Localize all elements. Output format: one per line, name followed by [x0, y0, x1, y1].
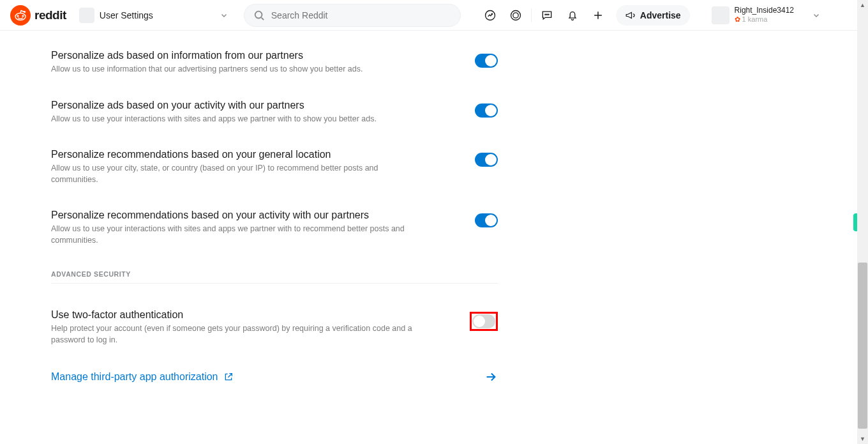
scroll-up-icon[interactable]: ▲	[860, 0, 865, 10]
svg-point-1	[22, 15, 24, 17]
svg-point-8	[545, 14, 546, 15]
chevron-down-icon	[220, 11, 228, 20]
os-scrollbar[interactable]: ▲ ▼	[857, 0, 868, 444]
svg-point-6	[511, 10, 520, 20]
svg-point-10	[548, 14, 549, 15]
setting-desc: Allow us to use information that our adv…	[51, 64, 421, 75]
user-name: Right_Inside3412	[735, 6, 794, 15]
setting-personalize-ads-partner-info: Personalize ads based on information fro…	[51, 50, 498, 75]
scroll-thumb[interactable]	[858, 263, 867, 429]
avatar-icon	[712, 6, 730, 24]
community-label: User Settings	[100, 10, 214, 20]
highlight-two-factor-toggle	[470, 312, 498, 331]
advertise-button[interactable]: Advertise	[616, 5, 690, 26]
create-post-icon[interactable]	[587, 4, 610, 27]
site-header: reddit User Settings	[0, 0, 868, 31]
reddit-logo-icon	[10, 5, 31, 26]
setting-personalize-ads-activity: Personalize ads based on your activity w…	[51, 100, 498, 125]
setting-title: Use two-factor authentication	[51, 309, 421, 321]
svg-point-7	[513, 12, 518, 17]
scroll-down-icon[interactable]: ▼	[860, 434, 865, 444]
svg-point-9	[546, 14, 547, 15]
setting-personalize-recs-activity: Personalize recommendations based on you…	[51, 210, 498, 246]
toggle-personalize-ads-activity[interactable]	[475, 103, 498, 118]
community-dropdown[interactable]: User Settings	[74, 4, 234, 27]
link-label: Manage third-party app authorization	[51, 371, 218, 383]
svg-point-4	[255, 11, 262, 18]
arrow-right-icon	[484, 370, 498, 384]
popular-icon[interactable]	[479, 4, 502, 27]
setting-title: Personalize recommendations based on you…	[51, 149, 421, 160]
setting-title: Personalize ads based on information fro…	[51, 50, 421, 61]
search-icon	[253, 10, 265, 21]
divider	[51, 283, 498, 284]
setting-desc: Allow us to use your interactions with s…	[51, 114, 421, 125]
coin-icon[interactable]	[504, 4, 527, 27]
setting-title: Personalize recommendations based on you…	[51, 210, 421, 221]
reddit-wordmark: reddit	[34, 8, 66, 22]
reddit-logo[interactable]: reddit	[10, 5, 66, 26]
search-bar[interactable]	[244, 4, 461, 27]
toggle-personalize-recs-location[interactable]	[475, 153, 498, 167]
section-label-advanced-security: ADVANCED SECURITY	[51, 270, 498, 278]
chevron-down-icon	[812, 11, 821, 20]
header-actions: Advertise	[479, 4, 690, 27]
setting-personalize-recs-location: Personalize recommendations based on you…	[51, 149, 498, 185]
advertise-label: Advertise	[640, 10, 681, 20]
settings-content: Personalize ads based on information fro…	[0, 31, 498, 384]
toggle-personalize-ads-partner-info[interactable]	[475, 54, 498, 68]
toggle-personalize-recs-activity[interactable]	[475, 213, 498, 227]
external-link-icon	[223, 372, 234, 382]
megaphone-icon	[625, 10, 636, 21]
setting-title: Personalize ads based on your activity w…	[51, 100, 421, 111]
setting-desc: Help protect your account (even if someo…	[51, 323, 421, 346]
scroll-track[interactable]	[857, 10, 868, 434]
karma-value: 1 karma	[742, 15, 768, 24]
divider	[531, 8, 532, 22]
avatar-placeholder-icon	[79, 8, 94, 23]
notifications-icon[interactable]	[561, 4, 584, 27]
setting-desc: Allow us to use your city, state, or cou…	[51, 163, 421, 185]
svg-point-0	[17, 15, 19, 17]
chat-icon[interactable]	[535, 4, 558, 27]
karma-icon: ✿	[735, 15, 740, 24]
setting-two-factor-auth: Use two-factor authentication Help prote…	[51, 309, 498, 346]
toggle-two-factor-auth[interactable]	[472, 314, 495, 328]
user-karma: ✿ 1 karma	[735, 15, 794, 24]
link-manage-third-party-apps[interactable]: Manage third-party app authorization	[51, 370, 498, 384]
user-menu[interactable]: Right_Inside3412 ✿ 1 karma	[708, 5, 825, 26]
search-input[interactable]	[271, 10, 451, 20]
setting-desc: Allow us to use your interactions with s…	[51, 224, 421, 246]
